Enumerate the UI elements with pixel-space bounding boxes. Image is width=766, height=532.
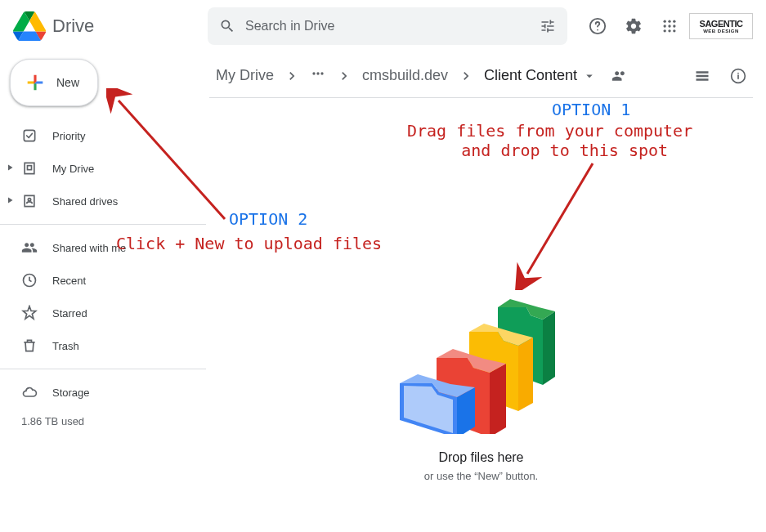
divider [0,369,206,369]
expand-icon[interactable] [5,163,15,175]
ellipsis-icon [310,65,326,82]
svg-point-10 [673,29,675,32]
sidebar-item-mydrive[interactable]: My Drive [0,152,196,185]
logo[interactable]: Drive [7,10,201,42]
svg-point-4 [673,20,675,23]
breadcrumb-ellipsis[interactable] [303,62,333,89]
info-icon [730,68,746,84]
trash-icon [21,338,38,354]
plus-icon [24,71,47,94]
svg-point-1 [597,29,598,31]
details-button[interactable] [723,61,753,91]
sidebar-item-recent[interactable]: Recent [0,264,196,297]
sidebar-item-shareddrives[interactable]: Shared drives [0,185,196,217]
search-options-icon[interactable] [540,18,556,34]
brand-badge[interactable]: SAGENTIC WEB DESIGN [689,13,753,39]
help-icon [589,17,607,35]
svg-rect-11 [24,130,34,141]
drop-title: Drop files here [438,450,523,465]
svg-rect-12 [28,166,32,170]
view-controls [688,61,753,91]
header-actions: SAGENTIC WEB DESIGN [581,10,759,42]
svg-point-16 [316,72,319,74]
svg-point-13 [28,199,30,201]
search-icon [219,18,235,34]
sidebar-item-trash[interactable]: Trash [0,329,196,362]
breadcrumb-root[interactable]: My Drive [209,64,280,87]
folders-illustration [400,287,563,434]
storage-used: 1.86 TB used [0,409,206,427]
search-input[interactable] [245,19,530,34]
help-button[interactable] [581,10,614,42]
svg-point-7 [673,25,675,27]
drive-logo-icon [13,10,46,42]
shared-icon [21,239,38,256]
drop-area[interactable]: Drop files here or use the “New” button. [209,98,753,507]
new-button-label: New [56,76,79,89]
breadcrumb-mid[interactable]: cmsbuild.dev [356,64,455,87]
svg-point-3 [668,20,670,23]
svg-point-15 [312,72,315,74]
breadcrumb: My Drive cmsbuild.dev Client Content [209,59,753,98]
people-icon [611,68,628,84]
search-bar[interactable] [208,7,567,45]
app-header: Drive SAGENTIC WEB DESIGN [0,0,766,52]
chevron-down-icon [582,69,597,83]
list-view-icon [694,68,710,84]
gear-icon [625,17,643,35]
svg-point-6 [668,25,670,27]
clock-icon [21,272,38,288]
expand-icon[interactable] [5,195,15,208]
svg-point-9 [668,29,670,32]
sidebar-item-shared[interactable]: Shared with me [0,231,196,264]
cloud-icon [21,384,38,400]
mydrive-icon [21,160,38,177]
sidebar: New Priority My Drive Shared drives Shar… [0,52,206,532]
sidebar-item-starred[interactable]: Starred [0,297,196,329]
share-button[interactable] [607,63,633,89]
new-button[interactable]: New [10,59,98,106]
sidebar-item-storage[interactable]: Storage [0,376,196,409]
chevron-right-icon [284,68,300,84]
chevron-right-icon [458,68,474,84]
app-name: Drive [52,16,94,37]
shareddrives-icon [21,193,38,209]
sidebar-item-priority[interactable]: Priority [0,119,196,152]
list-view-button[interactable] [688,61,717,91]
svg-point-17 [320,72,323,74]
priority-icon [21,127,38,144]
star-icon [21,305,38,321]
apps-button[interactable] [653,10,686,42]
svg-point-5 [664,25,666,27]
svg-point-8 [664,29,666,32]
chevron-right-icon [336,68,352,84]
main-content: My Drive cmsbuild.dev Client Content [206,52,766,532]
settings-button[interactable] [617,10,650,42]
drop-subtitle: or use the “New” button. [424,470,538,482]
svg-point-2 [664,20,666,23]
breadcrumb-current[interactable]: Client Content [477,64,603,87]
svg-point-19 [737,72,739,74]
divider [0,224,206,225]
apps-grid-icon [661,18,678,34]
